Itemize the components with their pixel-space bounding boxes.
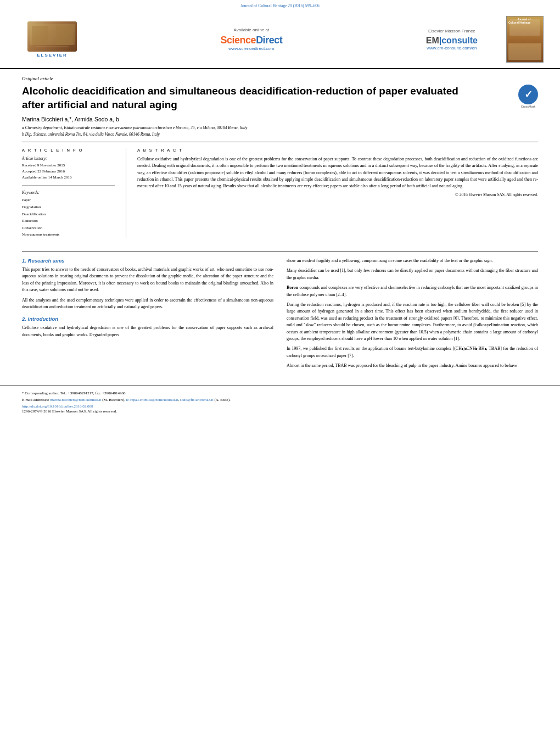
section2-para4: During the reduction reactions, hydrogen…: [287, 302, 538, 342]
info-abstract-columns: A R T I C L E I N F O Article history: R…: [22, 148, 538, 238]
elsevier-label: ELSEVIER: [37, 53, 68, 58]
abstract-copyright: © 2016 Elsevier Masson SAS. All rights r…: [137, 192, 538, 197]
corresponding-text: * Corresponding author. Tel.: +39064829​…: [22, 391, 126, 395]
email3[interactable]: sodo@fis.uniroma3.it: [180, 398, 214, 402]
article-title-row: Alcoholic deacidification and simultaneo…: [22, 85, 538, 111]
footer-copyright: 1296-2074/© 2016 Elsevier Masson SAS. Al…: [22, 409, 538, 414]
article-type: Original article: [22, 76, 538, 81]
em-consulte-block: Elsevier Masson France EM|consulte www.e…: [426, 29, 478, 51]
page-header: ELSEVIER Available online at ScienceDire…: [0, 10, 560, 69]
doi-link[interactable]: http://dx.doi.org/10.1016/j.culher.2016.…: [22, 404, 538, 409]
history-label: Article history:: [22, 156, 115, 161]
article-info-column: A R T I C L E I N F O Article history: R…: [22, 148, 126, 238]
keyword-paper: Paper: [22, 197, 115, 204]
body-divider: [22, 252, 538, 252]
keyword-conservation: Conservation: [22, 225, 115, 232]
email2[interactable]: ic-repa.l.chimica@beniculturali.it: [126, 398, 178, 402]
email-note: E-mail addresses: marina.bicchieri@benic…: [22, 397, 538, 403]
received-date: Received 9 November 2015: [22, 163, 115, 169]
section1-para1: This paper tries to answer to the needs …: [22, 266, 273, 294]
body-left-column: 1. Research aims This paper tries to ans…: [22, 258, 273, 372]
sciencedirect-url: www.sciencedirect.com: [99, 46, 404, 51]
abstract-text: Cellulose oxidative and hydrolytical deg…: [137, 156, 538, 190]
elsevier-artwork: [27, 21, 77, 52]
abstract-column: A B S T R A C T Cellulose oxidative and …: [126, 148, 538, 238]
section1-title: 1. Research aims: [22, 258, 273, 264]
keyword-deacidification: Deacidification: [22, 211, 115, 218]
section2-para3: Boron compounds and complexes are very e…: [287, 284, 538, 298]
email1-name: (M. Bicchieri),: [102, 398, 125, 402]
crossmark-badge: ✓ CrossMark: [518, 85, 538, 104]
email3-name: (A. Sodo).: [214, 398, 230, 402]
article-title: Alcoholic deacidification and simultaneo…: [22, 85, 472, 111]
abstract-heading: A B S T R A C T: [137, 148, 538, 153]
email1[interactable]: marina.bicchieri@beniculturali.it: [50, 398, 101, 402]
authors: Marina Bicchieri a,*, Armida Sodo a, b: [22, 116, 538, 122]
affiliations: a Chemistry department, Istituto central…: [22, 125, 538, 137]
available-date: Available online 14 March 2016: [22, 175, 115, 181]
article-history: Article history: Received 9 November 201…: [22, 156, 115, 181]
info-divider: [22, 185, 115, 186]
email-label: E-mail addresses:: [22, 398, 49, 402]
em-label: Elsevier Masson France: [426, 29, 478, 34]
keywords-block: Keywords: Paper Degradation Deacidificat…: [22, 190, 115, 238]
elsevier-logo-block: ELSEVIER: [16, 21, 88, 58]
sciencedirect-block: Available online at ScienceDirect www.sc…: [99, 27, 404, 51]
section2-para1: Cellulose oxidative and hydrolytical deg…: [22, 325, 273, 338]
journal-cover-block: Journal ofCultural Heritage: [489, 16, 544, 63]
crossmark-icon: ✓: [518, 85, 538, 104]
section1-para2: All the analyses and the used complement…: [22, 297, 273, 311]
journal-cover-image: Journal ofCultural Heritage: [506, 16, 544, 63]
section-divider: [22, 142, 538, 142]
article-section: Original article Alcoholic deacidificati…: [0, 69, 560, 238]
section2-para2: Many deacidifier can be used [1], but on…: [287, 267, 538, 281]
section2-title: 2. Introduction: [22, 316, 273, 322]
affiliation-b: b Dip. Scienze, università Roma Tre, 84,…: [22, 131, 538, 137]
corresponding-note: * Corresponding author. Tel.: +39064829​…: [22, 390, 538, 397]
body-right-column: show an evident fragility and a yellowin…: [287, 258, 538, 372]
section2-para1-cont: show an evident fragility and a yellowin…: [287, 258, 538, 264]
affiliation-a: a Chemistry department, Istituto central…: [22, 125, 538, 131]
em-logo: EM|consulte: [426, 36, 478, 46]
footer: * Corresponding author. Tel.: +39064829​…: [0, 386, 560, 417]
article-info-heading: A R T I C L E I N F O: [22, 148, 115, 153]
em-url: www.em-consulte.com/en: [426, 46, 478, 51]
section2-para6: Almost in the same period, TBAB was prop…: [287, 362, 538, 369]
keyword-nonaqueous: Non-aqueous treatments: [22, 231, 115, 238]
sciencedirect-logo: ScienceDirect: [99, 35, 404, 46]
body-columns: 1. Research aims This paper tries to ans…: [22, 258, 538, 372]
keyword-reduction: Reduction: [22, 217, 115, 225]
available-at-label: Available online at: [99, 27, 404, 32]
keyword-degradation: Degradation: [22, 204, 115, 211]
body-content: 1. Research aims This paper tries to ans…: [0, 238, 560, 380]
section2-para5: In 1997, we published the first results …: [287, 345, 538, 359]
journal-bar: Journal of Cultural Heritage 20 (2016) 5…: [0, 0, 560, 10]
elsevier-logo: ELSEVIER: [16, 21, 88, 58]
accepted-date: Accepted 22 February 2016: [22, 169, 115, 175]
keywords-label: Keywords:: [22, 190, 115, 195]
journal-citation: Journal of Cultural Heritage 20 (2016) 5…: [240, 3, 320, 8]
